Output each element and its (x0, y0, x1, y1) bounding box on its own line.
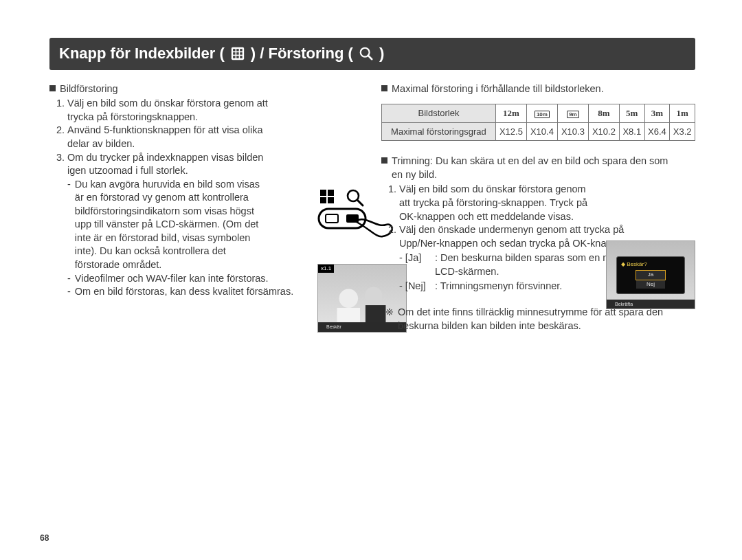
page-number: 68 (40, 533, 49, 544)
title-pre: Knapp för Indexbilder ( (59, 43, 225, 64)
note-icon: ※ (385, 306, 394, 333)
svg-rect-8 (236, 56, 238, 58)
svg-rect-7 (233, 56, 235, 58)
note: Om det inte finns tillräcklig minnesutry… (398, 306, 686, 333)
table-cell: X10.3 (557, 122, 588, 141)
list-item: Använd 5-funktionsknappen för att visa o… (67, 124, 273, 150)
svg-rect-2 (236, 49, 238, 51)
svg-rect-14 (328, 190, 334, 196)
list-item: Välj en bild som du önskar förstora geno… (67, 97, 273, 124)
list-item: Välj en bild som du önskar förstora geno… (399, 183, 598, 223)
bullet-icon (381, 85, 387, 91)
table-cell: X10.2 (588, 122, 619, 141)
list-item: Om du trycker på indexknappen visas bild… (67, 151, 273, 178)
thumbnail-footer: Beskär (326, 324, 341, 329)
left-sub-notes: Du kan avgöra huruvida en bild som visas… (49, 178, 363, 299)
svg-rect-6 (240, 52, 242, 54)
table-cell: 5m (619, 104, 644, 123)
right-heading: Maximal förstoring i förhållande till bi… (392, 82, 604, 96)
sub-note: Om en bild förstoras, kan dess kvalitet … (75, 285, 293, 299)
page-title: Knapp för Indexbilder ( ) / Förstoring (… (49, 38, 695, 70)
dialog-box: ◆ Beskär? Ja Nej (616, 256, 685, 294)
table-cell: X10.4 (526, 122, 557, 141)
svg-rect-3 (240, 49, 242, 51)
table-cell: X12.5 (495, 122, 526, 141)
svg-rect-4 (233, 52, 235, 54)
svg-rect-1 (233, 49, 235, 51)
svg-point-22 (365, 287, 383, 304)
table-cell: 1m (670, 104, 695, 123)
def-key: - [Ja] (399, 251, 435, 278)
table-header: Maximal förstoringsgrad (382, 122, 496, 141)
dialog-option-no: Nej (636, 280, 665, 289)
svg-rect-19 (326, 214, 338, 223)
table-cell: 3m (644, 104, 670, 123)
title-mid: ) / Förstoring ( (251, 43, 353, 64)
table-cell: 12m (495, 104, 526, 123)
bullet-icon (381, 157, 387, 164)
left-steps: Välj en bild som du önskar förstora geno… (49, 97, 363, 177)
thumbnail-footer: Bekräfta (615, 302, 633, 306)
table-cell: X8.1 (619, 122, 644, 141)
def-key: - [Nej] (399, 280, 435, 293)
dialog-option-yes: Ja (636, 271, 665, 280)
zoom-size-table: Bildstorlek 12m 10m 9m 8m 5m 3m 1m Maxim… (381, 104, 695, 141)
magnifier-icon (359, 46, 374, 61)
svg-rect-9 (240, 56, 242, 58)
table-cell: X6.4 (644, 122, 670, 141)
bullet-icon (49, 85, 56, 91)
svg-point-21 (339, 289, 359, 308)
trim-dialog-thumbnail: ◆ Beskär? Ja Nej Bekräfta (606, 240, 695, 309)
title-post: ) (379, 43, 384, 64)
table-cell: 9m (557, 104, 588, 123)
table-header: Bildstorlek (382, 104, 496, 123)
dialog-title: Beskär? (627, 261, 647, 267)
sub-note: Du kan avgöra huruvida en bild som visas… (75, 178, 267, 272)
svg-line-11 (368, 56, 372, 60)
trim-heading: Trimning: Du kan skära ut en del av en b… (392, 155, 680, 181)
svg-rect-15 (328, 197, 334, 203)
table-cell: 8m (588, 104, 619, 123)
table-cell: X3.2 (670, 122, 695, 141)
left-heading: Bildförstoring (60, 82, 118, 96)
svg-rect-13 (320, 197, 326, 203)
table-cell: 10m (526, 104, 557, 123)
svg-line-17 (357, 200, 363, 205)
svg-rect-5 (236, 52, 238, 54)
def-val: : Trimningsmenyn försvinner. (435, 280, 562, 293)
svg-rect-12 (320, 190, 326, 196)
sub-note: Videofilmer och WAV-filer kan inte först… (75, 272, 269, 286)
index-grid-icon (230, 46, 245, 61)
